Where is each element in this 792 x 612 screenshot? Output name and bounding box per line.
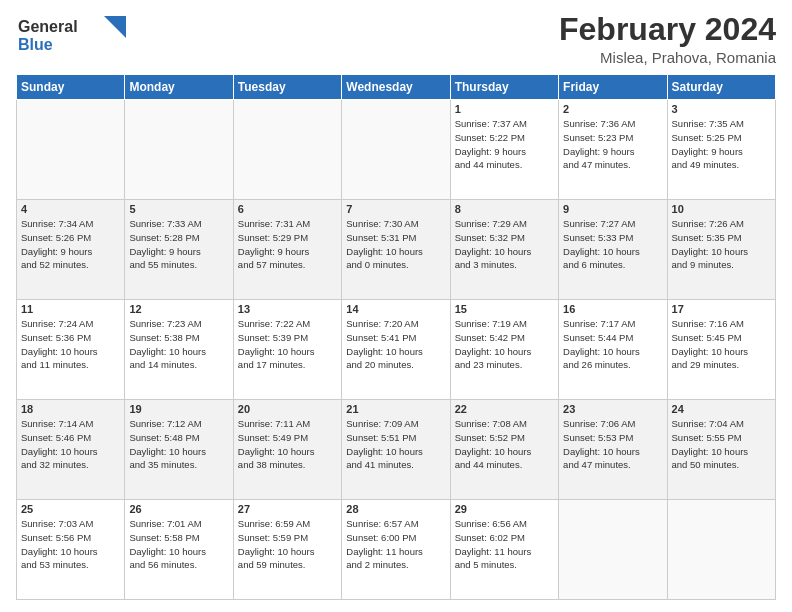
calendar-cell: 26Sunrise: 7:01 AMSunset: 5:58 PMDayligh… (125, 500, 233, 600)
calendar-cell: 12Sunrise: 7:23 AMSunset: 5:38 PMDayligh… (125, 300, 233, 400)
day-header-tuesday: Tuesday (233, 75, 341, 100)
header: General Blue February 2024 Mislea, Praho… (16, 12, 776, 66)
day-number: 3 (672, 103, 771, 115)
calendar-cell: 16Sunrise: 7:17 AMSunset: 5:44 PMDayligh… (559, 300, 667, 400)
calendar-title: February 2024 (559, 12, 776, 47)
logo-text: General Blue (16, 12, 126, 60)
day-number: 27 (238, 503, 337, 515)
day-header-sunday: Sunday (17, 75, 125, 100)
calendar-cell: 21Sunrise: 7:09 AMSunset: 5:51 PMDayligh… (342, 400, 450, 500)
day-number: 13 (238, 303, 337, 315)
day-info: Sunrise: 7:23 AMSunset: 5:38 PMDaylight:… (129, 317, 228, 372)
day-info: Sunrise: 7:24 AMSunset: 5:36 PMDaylight:… (21, 317, 120, 372)
calendar-cell: 19Sunrise: 7:12 AMSunset: 5:48 PMDayligh… (125, 400, 233, 500)
day-info: Sunrise: 7:01 AMSunset: 5:58 PMDaylight:… (129, 517, 228, 572)
day-info: Sunrise: 7:04 AMSunset: 5:55 PMDaylight:… (672, 417, 771, 472)
day-number: 8 (455, 203, 554, 215)
calendar-cell (667, 500, 775, 600)
calendar-cell: 27Sunrise: 6:59 AMSunset: 5:59 PMDayligh… (233, 500, 341, 600)
day-info: Sunrise: 6:57 AMSunset: 6:00 PMDaylight:… (346, 517, 445, 572)
calendar-cell: 23Sunrise: 7:06 AMSunset: 5:53 PMDayligh… (559, 400, 667, 500)
day-number: 14 (346, 303, 445, 315)
day-info: Sunrise: 7:20 AMSunset: 5:41 PMDaylight:… (346, 317, 445, 372)
day-info: Sunrise: 7:26 AMSunset: 5:35 PMDaylight:… (672, 217, 771, 272)
day-number: 26 (129, 503, 228, 515)
day-number: 1 (455, 103, 554, 115)
day-info: Sunrise: 7:19 AMSunset: 5:42 PMDaylight:… (455, 317, 554, 372)
day-info: Sunrise: 7:31 AMSunset: 5:29 PMDaylight:… (238, 217, 337, 272)
day-number: 20 (238, 403, 337, 415)
svg-marker-2 (104, 16, 126, 38)
calendar-cell: 11Sunrise: 7:24 AMSunset: 5:36 PMDayligh… (17, 300, 125, 400)
day-number: 18 (21, 403, 120, 415)
day-number: 24 (672, 403, 771, 415)
calendar-subtitle: Mislea, Prahova, Romania (559, 49, 776, 66)
day-info: Sunrise: 6:59 AMSunset: 5:59 PMDaylight:… (238, 517, 337, 572)
day-header-friday: Friday (559, 75, 667, 100)
day-number: 28 (346, 503, 445, 515)
calendar-cell: 3Sunrise: 7:35 AMSunset: 5:25 PMDaylight… (667, 100, 775, 200)
calendar-cell: 15Sunrise: 7:19 AMSunset: 5:42 PMDayligh… (450, 300, 558, 400)
calendar-cell: 17Sunrise: 7:16 AMSunset: 5:45 PMDayligh… (667, 300, 775, 400)
day-number: 19 (129, 403, 228, 415)
calendar-cell: 10Sunrise: 7:26 AMSunset: 5:35 PMDayligh… (667, 200, 775, 300)
day-number: 17 (672, 303, 771, 315)
calendar-cell: 22Sunrise: 7:08 AMSunset: 5:52 PMDayligh… (450, 400, 558, 500)
calendar-cell: 1Sunrise: 7:37 AMSunset: 5:22 PMDaylight… (450, 100, 558, 200)
logo: General Blue (16, 12, 126, 60)
day-number: 11 (21, 303, 120, 315)
calendar-cell: 9Sunrise: 7:27 AMSunset: 5:33 PMDaylight… (559, 200, 667, 300)
day-info: Sunrise: 7:35 AMSunset: 5:25 PMDaylight:… (672, 117, 771, 172)
day-number: 2 (563, 103, 662, 115)
day-number: 5 (129, 203, 228, 215)
calendar-cell: 13Sunrise: 7:22 AMSunset: 5:39 PMDayligh… (233, 300, 341, 400)
day-info: Sunrise: 7:08 AMSunset: 5:52 PMDaylight:… (455, 417, 554, 472)
calendar-cell: 4Sunrise: 7:34 AMSunset: 5:26 PMDaylight… (17, 200, 125, 300)
calendar-cell (125, 100, 233, 200)
day-number: 15 (455, 303, 554, 315)
calendar-cell: 8Sunrise: 7:29 AMSunset: 5:32 PMDaylight… (450, 200, 558, 300)
calendar-page: General Blue February 2024 Mislea, Praho… (0, 0, 792, 612)
day-info: Sunrise: 7:37 AMSunset: 5:22 PMDaylight:… (455, 117, 554, 172)
day-header-saturday: Saturday (667, 75, 775, 100)
day-info: Sunrise: 7:36 AMSunset: 5:23 PMDaylight:… (563, 117, 662, 172)
day-info: Sunrise: 7:29 AMSunset: 5:32 PMDaylight:… (455, 217, 554, 272)
svg-text:General: General (18, 18, 78, 35)
day-info: Sunrise: 7:11 AMSunset: 5:49 PMDaylight:… (238, 417, 337, 472)
day-header-wednesday: Wednesday (342, 75, 450, 100)
day-info: Sunrise: 7:14 AMSunset: 5:46 PMDaylight:… (21, 417, 120, 472)
svg-text:Blue: Blue (18, 36, 53, 53)
day-info: Sunrise: 7:16 AMSunset: 5:45 PMDaylight:… (672, 317, 771, 372)
day-number: 22 (455, 403, 554, 415)
calendar-cell (559, 500, 667, 600)
day-number: 10 (672, 203, 771, 215)
day-number: 7 (346, 203, 445, 215)
day-info: Sunrise: 7:30 AMSunset: 5:31 PMDaylight:… (346, 217, 445, 272)
day-info: Sunrise: 7:06 AMSunset: 5:53 PMDaylight:… (563, 417, 662, 472)
day-header-monday: Monday (125, 75, 233, 100)
calendar-cell: 24Sunrise: 7:04 AMSunset: 5:55 PMDayligh… (667, 400, 775, 500)
day-info: Sunrise: 7:33 AMSunset: 5:28 PMDaylight:… (129, 217, 228, 272)
calendar-cell: 7Sunrise: 7:30 AMSunset: 5:31 PMDaylight… (342, 200, 450, 300)
day-header-thursday: Thursday (450, 75, 558, 100)
calendar-cell: 20Sunrise: 7:11 AMSunset: 5:49 PMDayligh… (233, 400, 341, 500)
day-number: 25 (21, 503, 120, 515)
calendar-cell: 28Sunrise: 6:57 AMSunset: 6:00 PMDayligh… (342, 500, 450, 600)
calendar-cell: 18Sunrise: 7:14 AMSunset: 5:46 PMDayligh… (17, 400, 125, 500)
calendar-cell: 5Sunrise: 7:33 AMSunset: 5:28 PMDaylight… (125, 200, 233, 300)
day-info: Sunrise: 7:22 AMSunset: 5:39 PMDaylight:… (238, 317, 337, 372)
day-info: Sunrise: 7:34 AMSunset: 5:26 PMDaylight:… (21, 217, 120, 272)
day-number: 6 (238, 203, 337, 215)
day-info: Sunrise: 7:17 AMSunset: 5:44 PMDaylight:… (563, 317, 662, 372)
calendar-cell (17, 100, 125, 200)
day-info: Sunrise: 7:09 AMSunset: 5:51 PMDaylight:… (346, 417, 445, 472)
calendar-cell (233, 100, 341, 200)
day-number: 21 (346, 403, 445, 415)
day-info: Sunrise: 7:12 AMSunset: 5:48 PMDaylight:… (129, 417, 228, 472)
day-number: 4 (21, 203, 120, 215)
calendar-cell: 25Sunrise: 7:03 AMSunset: 5:56 PMDayligh… (17, 500, 125, 600)
day-number: 29 (455, 503, 554, 515)
day-number: 12 (129, 303, 228, 315)
day-info: Sunrise: 6:56 AMSunset: 6:02 PMDaylight:… (455, 517, 554, 572)
calendar-cell: 14Sunrise: 7:20 AMSunset: 5:41 PMDayligh… (342, 300, 450, 400)
